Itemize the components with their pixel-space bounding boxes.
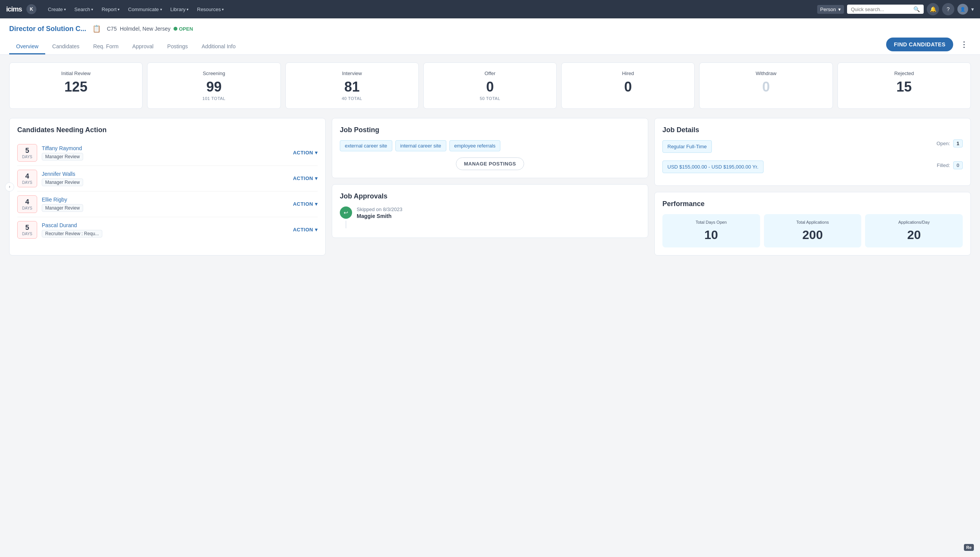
perf-number-1: 200	[769, 228, 857, 242]
days-number-0: 5	[21, 147, 33, 155]
stat-initial-review[interactable]: Initial Review 125	[9, 62, 143, 109]
nav-report[interactable]: Report▾	[98, 4, 123, 15]
collapse-arrow[interactable]: ›	[5, 182, 14, 192]
days-badge-3: 5 Days	[17, 221, 37, 239]
perf-label-2: Applications/Day	[870, 220, 958, 225]
sub-header-top: Director of Solution C... 📋 C75 Holmdel,…	[9, 25, 971, 33]
job-location: Holmdel, New Jersey	[120, 26, 170, 32]
tab-additional-info[interactable]: Additional Info	[195, 39, 243, 54]
nav-create[interactable]: Create▾	[44, 4, 70, 15]
days-label-0: Days	[21, 155, 33, 159]
stat-label-offer: Offer	[430, 70, 550, 77]
candidate-name-3[interactable]: Pascal Durand	[42, 222, 288, 228]
posting-tags: external career site internal career sit…	[340, 140, 640, 151]
candidate-name-2[interactable]: Ellie Rigby	[42, 197, 288, 203]
posting-tag-2[interactable]: employee referrals	[449, 140, 501, 151]
action-button-3[interactable]: ACTION ▾	[293, 227, 318, 233]
action-button-0[interactable]: ACTION ▾	[293, 150, 318, 156]
stat-number-screening: 99	[154, 80, 274, 94]
stat-screening[interactable]: Screening 99 101 TOTAL	[147, 62, 280, 109]
job-details-card: Job Details Regular Full-Time Open: 1 US…	[654, 118, 971, 186]
search-input[interactable]	[851, 7, 911, 12]
candidate-stage-0: Manager Review	[42, 153, 83, 161]
open-value: 1	[953, 139, 963, 147]
posting-tag-1[interactable]: internal career site	[395, 140, 446, 151]
perf-card-1: Total Applications 200	[764, 214, 862, 247]
tab-postings[interactable]: Postings	[161, 39, 195, 54]
days-badge-0: 5 Days	[17, 144, 37, 162]
nav-resources[interactable]: Resources▾	[193, 4, 228, 15]
candidate-stage-2: Manager Review	[42, 204, 83, 212]
candidate-item: 5 Days Pascal Durand Recruiter Review : …	[17, 217, 318, 242]
find-candidates-button[interactable]: FIND CANDIDATES	[886, 38, 953, 51]
status-badge: OPEN	[174, 26, 193, 32]
help-button[interactable]: ?	[942, 3, 954, 15]
stat-number-rejected: 15	[844, 80, 964, 94]
approval-item: ↩ Skipped on 8/3/2023 Maggie Smith	[340, 206, 640, 219]
performance-title: Performance	[662, 200, 963, 208]
days-badge-1: 4 Days	[17, 170, 37, 187]
job-posting-card: Job Posting external career site interna…	[332, 118, 648, 178]
action-button-1[interactable]: ACTION ▾	[293, 175, 318, 181]
notifications-button[interactable]: 🔔	[927, 3, 939, 15]
job-details-title: Job Details	[662, 126, 963, 134]
nav-logo-circle[interactable]: K	[26, 4, 36, 14]
stat-hired[interactable]: Hired 0	[561, 62, 695, 109]
job-posting-title: Job Posting	[340, 126, 640, 134]
stat-label-screening: Screening	[154, 70, 274, 77]
nav-right: Person ▾ 🔍 🔔 ? 👤 ▾	[817, 3, 974, 15]
posting-tag-0[interactable]: external career site	[340, 140, 392, 151]
perf-label-1: Total Applications	[769, 220, 857, 225]
tab-actions: FIND CANDIDATES ⋮	[886, 38, 971, 54]
perf-cards: Total Days Open 10 Total Applications 20…	[662, 214, 963, 247]
search-box[interactable]: 🔍	[847, 5, 924, 14]
filled-value: 0	[953, 161, 963, 169]
approval-line	[346, 221, 346, 228]
days-number-3: 5	[21, 224, 33, 232]
stat-rejected[interactable]: Rejected 15	[837, 62, 971, 109]
action-button-2[interactable]: ACTION ▾	[293, 201, 318, 207]
person-dropdown[interactable]: Person ▾	[817, 5, 844, 14]
candidate-info-3: Pascal Durand Recruiter Review : Requ...	[42, 222, 288, 238]
stat-number-withdraw: 0	[706, 80, 826, 94]
stat-interview[interactable]: Interview 81 40 TOTAL	[285, 62, 419, 109]
nav-communicate[interactable]: Communicate▾	[124, 4, 166, 15]
tab-approval[interactable]: Approval	[125, 39, 160, 54]
candidates-needing-action-card: › Candidates Needing Action 5 Days Tiffa…	[9, 118, 326, 256]
three-col-layout: › Candidates Needing Action 5 Days Tiffa…	[9, 118, 971, 256]
tab-candidates[interactable]: Candidates	[45, 39, 86, 54]
days-number-1: 4	[21, 172, 33, 180]
stat-number-interview: 81	[292, 80, 412, 94]
avatar[interactable]: 👤	[957, 4, 968, 15]
stats-row: Initial Review 125 Screening 99 101 TOTA…	[9, 62, 971, 109]
nav-library[interactable]: Library▾	[167, 4, 193, 15]
approval-approver-name: Maggie Smith	[357, 213, 402, 219]
days-label-3: Days	[21, 232, 33, 236]
job-code: C75	[107, 26, 117, 32]
job-approvals-card: Job Approvals ↩ Skipped on 8/3/2023 Magg…	[332, 184, 648, 238]
candidate-name-1[interactable]: Jennifer Walls	[42, 171, 288, 177]
approval-skipped-text: Skipped on 8/3/2023	[357, 206, 402, 212]
copy-icon[interactable]: 📋	[92, 25, 101, 33]
candidate-name-0[interactable]: Tiffany Raymond	[42, 145, 288, 151]
perf-card-0: Total Days Open 10	[662, 214, 760, 247]
stat-number-hired: 0	[568, 80, 688, 94]
stat-label-initial-review: Initial Review	[16, 70, 136, 77]
stat-label-interview: Interview	[292, 70, 412, 77]
stat-sub-offer: 50 TOTAL	[430, 96, 550, 101]
stat-offer[interactable]: Offer 0 50 TOTAL	[423, 62, 557, 109]
status-text: OPEN	[179, 26, 193, 32]
manage-postings-button[interactable]: MANAGE POSTINGS	[456, 157, 524, 170]
nav-search[interactable]: Search▾	[70, 4, 97, 15]
more-options-button[interactable]: ⋮	[957, 38, 971, 51]
account-chevron[interactable]: ▾	[971, 6, 974, 12]
candidate-item: 4 Days Ellie Rigby Manager Review ACTION…	[17, 192, 318, 217]
stat-label-rejected: Rejected	[844, 70, 964, 77]
stat-withdraw[interactable]: Withdraw 0	[699, 62, 833, 109]
job-title[interactable]: Director of Solution C...	[9, 25, 86, 33]
stat-sub-interview: 40 TOTAL	[292, 96, 412, 101]
stat-label-hired: Hired	[568, 70, 688, 77]
tab-overview[interactable]: Overview	[9, 39, 45, 54]
salary-tag: USD $155,000.00 - USD $195,000.00 Yr.	[662, 161, 764, 173]
tab-req-form[interactable]: Req. Form	[86, 39, 125, 54]
